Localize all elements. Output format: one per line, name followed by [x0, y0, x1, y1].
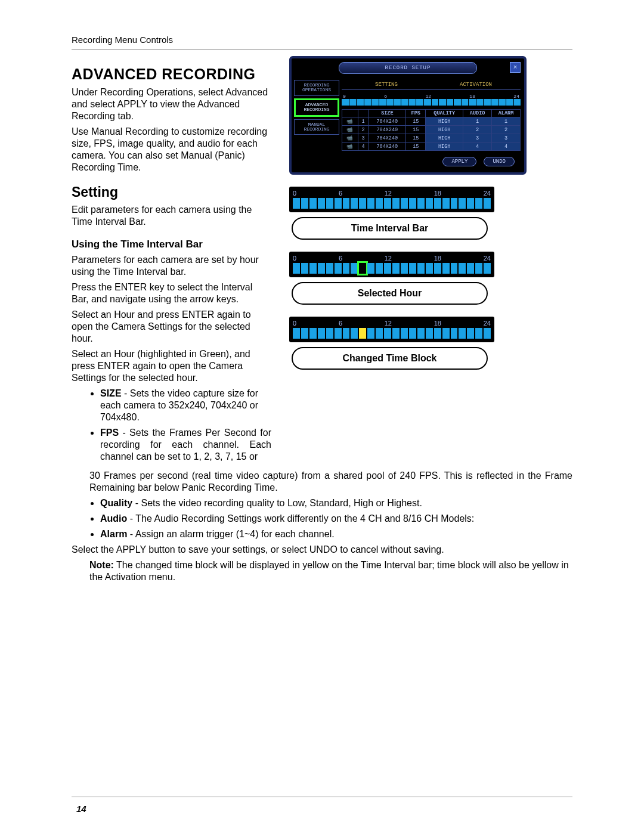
hour-cell[interactable]	[467, 198, 474, 209]
hour-cell[interactable]	[401, 328, 408, 339]
hour-cell[interactable]	[475, 198, 482, 209]
hour-cell[interactable]	[484, 99, 491, 106]
hour-cell[interactable]	[309, 263, 317, 274]
hour-cell[interactable]	[293, 263, 300, 274]
tab-recording-operations[interactable]: RECORDING OPERATIONS	[294, 80, 339, 96]
close-icon[interactable]: ×	[510, 62, 521, 73]
hour-cell[interactable]	[335, 263, 342, 274]
hour-cell[interactable]	[409, 198, 416, 209]
hour-cell[interactable]	[506, 99, 513, 106]
hour-cell[interactable]	[318, 198, 325, 209]
hour-cell[interactable]	[335, 198, 342, 209]
tab-advanced-recording[interactable]: ADVANCED RECORDING	[294, 98, 339, 117]
hour-cell[interactable]	[432, 99, 439, 106]
hour-cell[interactable]	[301, 198, 308, 209]
subtab-setting[interactable]: SETTING	[342, 80, 431, 90]
hour-cell[interactable]	[376, 263, 383, 274]
hour-cell[interactable]	[451, 263, 458, 274]
hour-cell[interactable]	[359, 263, 366, 274]
cell-fps[interactable]: 15	[406, 117, 426, 126]
hour-cell[interactable]	[326, 198, 333, 209]
hour-cell[interactable]	[467, 263, 474, 274]
hour-cell[interactable]	[417, 263, 425, 274]
hour-cell[interactable]	[459, 263, 466, 274]
hour-cell[interactable]	[318, 263, 325, 274]
hour-cell[interactable]	[439, 99, 446, 106]
hour-cell[interactable]	[451, 328, 458, 339]
cell-size[interactable]: 704X240	[369, 117, 406, 126]
hour-cell[interactable]	[364, 99, 371, 106]
hour-cell[interactable]	[386, 99, 394, 106]
hour-cell[interactable]	[384, 328, 391, 339]
hour-cell[interactable]	[359, 198, 366, 209]
hour-cell[interactable]	[434, 263, 441, 274]
apply-button[interactable]: APPLY	[442, 157, 476, 166]
hour-cell[interactable]	[514, 99, 521, 106]
hour-cell[interactable]	[326, 328, 333, 339]
hour-cell[interactable]	[349, 99, 357, 106]
hour-cell[interactable]	[476, 99, 484, 106]
cell-audio[interactable]: 1	[463, 117, 492, 126]
hour-cell[interactable]	[392, 198, 400, 209]
hour-cell[interactable]	[392, 263, 400, 274]
cell-fps[interactable]: 15	[406, 143, 426, 151]
cell-size[interactable]: 704X240	[369, 143, 406, 151]
cell-size[interactable]: 704X240	[369, 126, 406, 134]
hour-cell[interactable]	[367, 328, 374, 339]
hour-cell[interactable]	[499, 99, 506, 106]
hour-cell[interactable]	[416, 99, 423, 106]
cell-quality[interactable]: HIGH	[426, 117, 463, 126]
hour-cell[interactable]	[384, 198, 391, 209]
hour-cell[interactable]	[426, 263, 433, 274]
hour-cell[interactable]	[409, 99, 416, 106]
hour-cell[interactable]	[434, 328, 441, 339]
hour-cell[interactable]	[309, 328, 317, 339]
hour-cell[interactable]	[484, 198, 491, 209]
hour-cell[interactable]	[401, 198, 408, 209]
hour-cell[interactable]	[424, 99, 431, 106]
hour-cell[interactable]	[417, 328, 425, 339]
cell-fps[interactable]: 15	[406, 126, 426, 134]
hour-cell[interactable]	[351, 198, 358, 209]
hour-cell[interactable]	[301, 263, 308, 274]
hour-cell[interactable]	[379, 99, 386, 106]
hour-cell[interactable]	[351, 263, 358, 274]
cell-fps[interactable]: 15	[406, 134, 426, 143]
cell-alarm[interactable]: 2	[492, 126, 521, 134]
hour-cell[interactable]	[462, 99, 469, 106]
hour-cell[interactable]	[459, 328, 466, 339]
hour-cell[interactable]	[392, 328, 400, 339]
hour-cell[interactable]	[376, 328, 383, 339]
cell-size[interactable]: 704X240	[369, 134, 406, 143]
hour-cell[interactable]	[326, 263, 333, 274]
hour-cell[interactable]	[335, 328, 342, 339]
hour-cell[interactable]	[293, 328, 300, 339]
hour-cell[interactable]	[447, 99, 454, 106]
hour-cell[interactable]	[451, 198, 458, 209]
hour-cell[interactable]	[484, 263, 491, 274]
hour-cell[interactable]	[318, 328, 325, 339]
hour-cell[interactable]	[293, 198, 300, 209]
hour-cell[interactable]	[442, 198, 450, 209]
cell-audio[interactable]: 3	[463, 134, 492, 143]
hour-cell[interactable]	[459, 198, 466, 209]
cell-audio[interactable]: 4	[463, 143, 492, 151]
hour-cell[interactable]	[301, 328, 308, 339]
hour-cell[interactable]	[417, 198, 425, 209]
cell-alarm[interactable]: 3	[492, 134, 521, 143]
cell-alarm[interactable]: 1	[492, 117, 521, 126]
hour-cell[interactable]	[367, 198, 374, 209]
cell-quality[interactable]: HIGH	[426, 143, 463, 151]
hour-cell[interactable]	[484, 328, 491, 339]
cell-quality[interactable]: HIGH	[426, 126, 463, 134]
cell-quality[interactable]: HIGH	[426, 134, 463, 143]
hour-cell[interactable]	[343, 198, 350, 209]
hour-cell[interactable]	[401, 263, 408, 274]
hour-cell[interactable]	[343, 328, 350, 339]
hour-cell[interactable]	[442, 328, 450, 339]
subtab-activation[interactable]: ACTIVATION	[431, 80, 521, 90]
hour-cell[interactable]	[426, 328, 433, 339]
hour-cell[interactable]	[394, 99, 401, 106]
hour-cell[interactable]	[343, 263, 350, 274]
cell-alarm[interactable]: 4	[492, 143, 521, 151]
